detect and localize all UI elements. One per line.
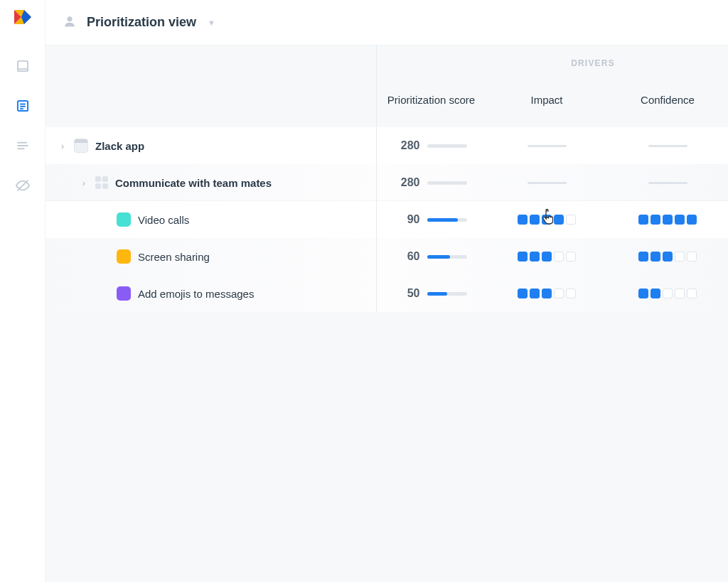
rating-squares[interactable] [638,252,697,262]
score-cell: 280 [396,139,467,152]
group-icon [95,176,108,189]
nav-board-icon[interactable] [15,58,31,74]
score-bar [427,218,467,222]
score-value: 90 [396,213,420,226]
table-row[interactable]: ›Zlack app280 [46,127,728,164]
score-bar [427,292,467,296]
score-cell: 280 [396,176,467,189]
rating-squares[interactable] [638,289,697,298]
empty-rating [648,182,687,184]
score-value: 50 [396,287,420,300]
score-value: 280 [396,176,420,189]
table-row[interactable]: Video calls90 [46,201,728,238]
sidebar-nav [0,0,46,582]
score-cell: 50 [396,287,467,300]
item-label: Zlack app [95,140,144,152]
rating-squares[interactable] [518,252,576,262]
content-area: DRIVERS Prioritization score Impact Conf… [46,45,728,582]
svg-point-13 [68,16,73,21]
user-icon[interactable] [63,14,77,31]
score-value: 280 [396,139,420,152]
nav-hide-icon[interactable] [15,178,31,193]
table-header-row: Prioritization score Impact Confidence [46,45,728,127]
col-header-score: Prioritization score [376,93,486,127]
rating-squares[interactable] [518,289,576,298]
app-logo [13,7,33,27]
nav-list-icon[interactable] [15,138,31,153]
view-title[interactable]: Prioritization view [87,15,196,30]
table-row[interactable]: Screen sharing60 [46,238,728,275]
item-label: Add emojis to messages [138,288,254,300]
score-value: 60 [396,250,420,263]
col-header-impact: Impact [486,93,607,127]
chevron-right-icon[interactable]: › [80,178,88,188]
item-label: Communicate with team mates [115,177,272,189]
app-icon [74,139,88,153]
nav-prioritization-icon[interactable] [15,98,31,114]
item-label: Video calls [138,214,189,226]
top-bar: Prioritization view ▼ [46,0,728,45]
prioritization-table: DRIVERS Prioritization score Impact Conf… [46,45,728,312]
table-row[interactable]: Add emojis to messages50 [46,275,728,312]
caret-down-icon[interactable]: ▼ [208,18,215,27]
rating-squares[interactable] [638,215,697,225]
feature-icon [117,249,131,264]
score-cell: 90 [396,213,467,226]
rating-squares[interactable] [518,215,576,225]
feature-icon [117,212,131,227]
table-row[interactable]: ›Communicate with team mates280 [46,164,728,201]
feature-icon [117,286,131,301]
score-bar [427,181,467,185]
col-header-confidence: Confidence [607,93,728,127]
score-cell: 60 [396,250,467,263]
empty-rating [648,145,687,147]
item-label: Screen sharing [138,251,210,263]
score-bar [427,144,467,148]
empty-rating [528,145,567,147]
score-bar [427,255,467,259]
empty-rating [528,182,567,184]
chevron-right-icon[interactable]: › [58,141,67,151]
